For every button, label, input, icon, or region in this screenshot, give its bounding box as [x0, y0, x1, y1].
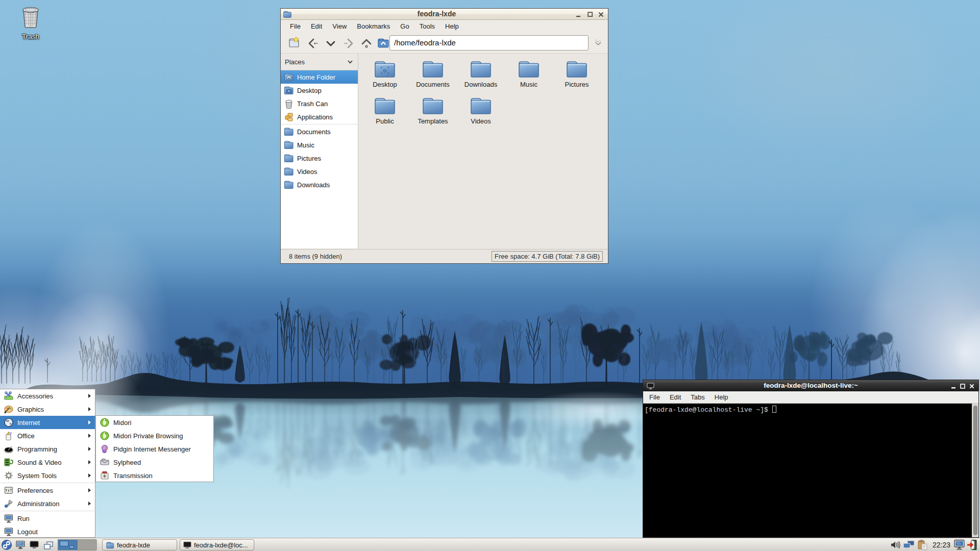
svg-text:D: D — [383, 68, 387, 73]
